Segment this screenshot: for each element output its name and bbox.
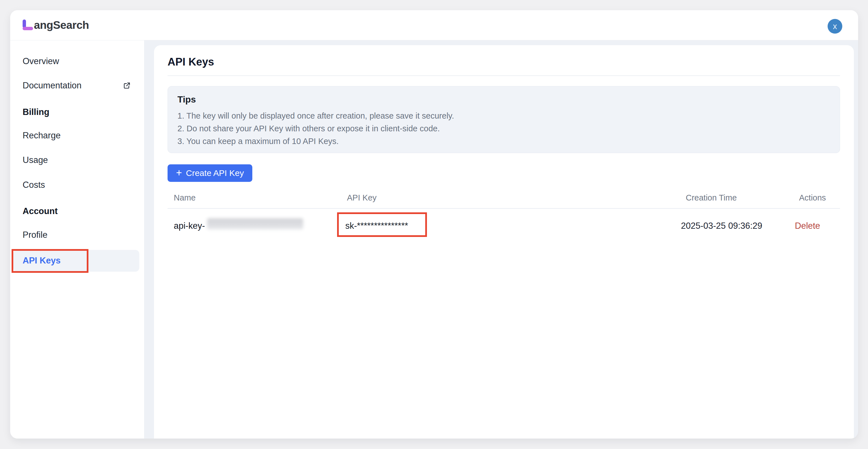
sidebar-section-billing: Billing bbox=[23, 104, 50, 120]
create-api-key-label: Create API Key bbox=[186, 168, 244, 178]
logo-l-icon bbox=[23, 20, 33, 31]
annotation-box-api-key-value bbox=[337, 212, 427, 237]
page-title: API Keys bbox=[167, 55, 214, 68]
logo-text: angSearch bbox=[34, 19, 89, 31]
tip-item: 2. Do not share your API Key with others… bbox=[178, 122, 830, 135]
page: angSearch x Overview Documentation Billi… bbox=[0, 0, 868, 449]
external-link-icon[interactable] bbox=[123, 82, 131, 90]
sidebar-item-documentation[interactable]: Documentation bbox=[23, 78, 82, 93]
sidebar-item-usage[interactable]: Usage bbox=[23, 152, 48, 168]
sidebar-item-recharge[interactable]: Recharge bbox=[23, 128, 60, 143]
column-header-name: Name bbox=[174, 191, 195, 204]
top-header: angSearch x bbox=[10, 10, 858, 40]
brand-logo[interactable]: angSearch bbox=[23, 10, 89, 40]
tip-item: 1. The key will only be displayed once a… bbox=[178, 109, 830, 122]
table-cell-name: api-key- bbox=[174, 220, 205, 232]
create-api-key-button[interactable]: + Create API Key bbox=[167, 164, 252, 182]
annotation-box-api-keys-nav bbox=[11, 249, 88, 273]
table-cell-creation-time: 2025-03-25 09:36:29 bbox=[681, 220, 762, 232]
sidebar-item-costs[interactable]: Costs bbox=[23, 177, 45, 193]
tips-panel: Tips 1. The key will only be displayed o… bbox=[167, 86, 840, 153]
sidebar-section-account: Account bbox=[23, 203, 58, 219]
column-header-actions: Actions bbox=[799, 191, 826, 204]
column-header-creation-time: Creation Time bbox=[686, 191, 737, 204]
delete-link[interactable]: Delete bbox=[795, 220, 820, 232]
plus-icon: + bbox=[176, 168, 182, 178]
title-divider bbox=[167, 75, 840, 76]
redacted-name-blur bbox=[207, 218, 303, 230]
tip-item: 3. You can keep a maximum of 10 API Keys… bbox=[178, 135, 830, 148]
tips-title: Tips bbox=[178, 94, 830, 105]
app-window: angSearch x Overview Documentation Billi… bbox=[10, 10, 858, 439]
user-avatar[interactable]: x bbox=[828, 19, 842, 34]
content-card: API Keys Tips 1. The key will only be di… bbox=[154, 45, 854, 439]
table-header-divider bbox=[167, 208, 840, 209]
sidebar: Overview Documentation Billing Recharge … bbox=[10, 40, 144, 439]
logo-bar-horizontal bbox=[23, 27, 33, 30]
sidebar-item-overview[interactable]: Overview bbox=[23, 53, 59, 69]
column-header-api-key: API Key bbox=[347, 191, 377, 204]
sidebar-item-profile[interactable]: Profile bbox=[23, 227, 48, 243]
